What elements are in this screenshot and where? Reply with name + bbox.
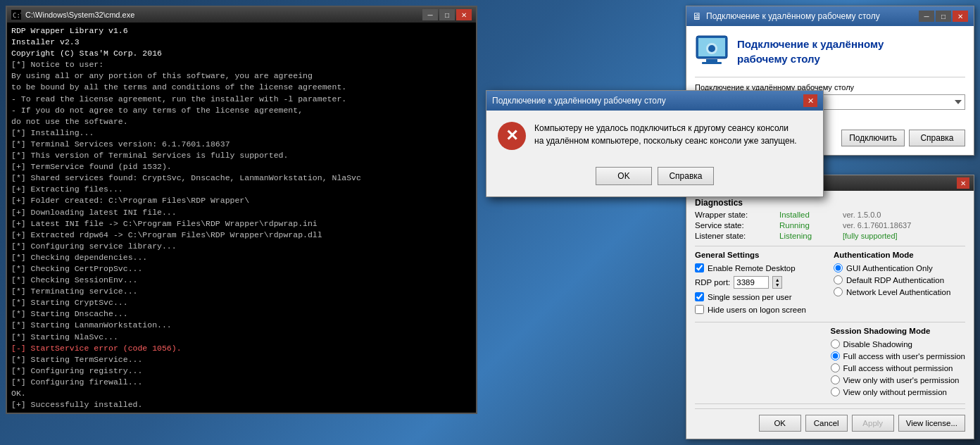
diag-service-row: Service state: Running ver. 6.1.7601.186…: [695, 221, 965, 230]
shadow-radio-disable-input[interactable]: [831, 339, 840, 349]
auth-radio-nla: Network Level Authentication: [834, 287, 965, 296]
error-buttons: OK Справка: [486, 161, 823, 196]
rd-connect-btn[interactable]: Подключить: [841, 130, 905, 146]
shadow-radio-view-noperm-label: View only without permission: [843, 388, 947, 396]
shadow-radio-view-perm-label: View only with user's permission: [843, 376, 960, 384]
cmd-window: C:\ C:\Windows\System32\cmd.exe ─ □ ✕ RD…: [6, 6, 477, 414]
shadow-radio-view-perm: View only with user's permission: [831, 375, 965, 384]
diag-listener-row: Listener state: Listening [fully support…: [695, 232, 965, 240]
svg-rect-6: [702, 62, 722, 64]
single-session-checkbox[interactable]: [695, 292, 704, 301]
settings-two-col: General Settings Enable Remote Desktop R…: [695, 251, 965, 318]
hide-users-label: Hide users on logon screen: [708, 306, 806, 314]
divider-3: [695, 403, 965, 404]
shadow-radio-full-perm-input[interactable]: [831, 351, 840, 361]
conf-ok-btn[interactable]: OK: [759, 415, 801, 432]
diagnostics-section: Diagnostics Wrapper state: Installed ver…: [695, 198, 965, 240]
enable-rdp-label: Enable Remote Desktop: [708, 264, 796, 272]
diag-listener-value: Listening: [779, 232, 843, 240]
diag-wrapper-row: Wrapper state: Installed ver. 1.5.0.0: [695, 211, 965, 219]
diag-wrapper-label: Wrapper state:: [695, 211, 779, 219]
cmd-icon: C:\: [11, 10, 21, 20]
rd-minimize-btn[interactable]: ─: [919, 11, 934, 22]
cmd-maximize-btn[interactable]: □: [439, 9, 455, 20]
auth-radio-default-label: Default RDP Authentication: [846, 276, 944, 284]
port-spinner-btn[interactable]: ▲▼: [772, 276, 782, 289]
auth-radio-default: Default RDP Authentication: [834, 275, 965, 284]
auth-radio-gui: GUI Authentication Only: [834, 263, 965, 272]
shadow-radio-view-noperm-input[interactable]: [831, 387, 840, 396]
shadow-radio-full-noperm-input[interactable]: [831, 363, 840, 372]
error-close-btn[interactable]: ✕: [803, 94, 817, 107]
auth-radio-nla-input[interactable]: [834, 287, 843, 296]
shadowing-section-title: Session Shadowing Mode: [831, 327, 965, 335]
error-icon: ✕: [498, 122, 526, 150]
error-msg-line2: на удалённом компьютере, поскольку сеанс…: [534, 134, 797, 147]
shadowing-section: Session Shadowing Mode Disable Shadowing…: [695, 327, 965, 399]
rdp-port-label: RDP port:: [695, 278, 730, 287]
conf-apply-btn[interactable]: Apply: [852, 415, 894, 432]
rdp-port-input[interactable]: [734, 276, 769, 289]
conf-view-license-btn[interactable]: View license...: [898, 415, 965, 432]
error-help-btn[interactable]: Справка: [658, 167, 714, 185]
shadow-radio-disable: Disable Shadowing: [831, 339, 965, 349]
error-body: ✕ Компьютеру не удалось подключиться к д…: [486, 111, 823, 161]
cmd-window-controls: ─ □ ✕: [422, 9, 472, 20]
svg-point-8: [708, 45, 715, 52]
auth-section-title: Authentication Mode: [834, 251, 965, 259]
rdpconf-body: Diagnostics Wrapper state: Installed ver…: [686, 191, 974, 439]
svg-rect-5: [706, 59, 717, 62]
rd-header-area: Подключение к удалённому рабочему столу: [695, 35, 965, 68]
auth-settings-col: Authentication Mode GUI Authentication O…: [834, 251, 965, 318]
rd-separator: [695, 77, 965, 77]
shadow-radio-full-noperm-label: Full access without permission: [843, 364, 953, 372]
error-message: Компьютеру не удалось подключиться к дру…: [534, 122, 797, 147]
single-session-row: Single session per user: [695, 292, 827, 301]
rd-maximize-btn[interactable]: □: [936, 11, 951, 22]
conf-cancel-btn[interactable]: Cancel: [805, 415, 848, 432]
diag-service-label: Service state:: [695, 221, 779, 230]
rdpconf-panel: RDPWrap Configuration ✕ Diagnostics Wrap…: [686, 175, 974, 439]
shadow-radio-full-noperm: Full access without permission: [831, 363, 965, 372]
shadowing-col: Session Shadowing Mode Disable Shadowing…: [831, 327, 965, 399]
error-ok-btn[interactable]: OK: [596, 167, 652, 185]
single-session-label: Single session per user: [708, 293, 792, 301]
shadow-radio-view-perm-input[interactable]: [831, 375, 840, 384]
rdp-port-row: RDP port: ▲▼: [695, 276, 827, 289]
general-settings-col: General Settings Enable Remote Desktop R…: [695, 251, 827, 318]
hide-users-checkbox[interactable]: [695, 305, 704, 314]
diag-wrapper-value: Installed: [779, 211, 843, 219]
auth-radio-default-input[interactable]: [834, 275, 843, 284]
rd-main-icon: 🖥: [692, 11, 702, 22]
diag-service-ver: ver. 6.1.7601.18637: [843, 221, 911, 230]
enable-rdp-row: Enable Remote Desktop: [695, 263, 827, 272]
diag-section-title: Diagnostics: [695, 198, 965, 208]
diag-service-value: Running: [779, 221, 843, 230]
shadow-radio-full-perm-label: Full access with user's permission: [843, 352, 965, 361]
cmd-title-text: C:\Windows\System32\cmd.exe: [25, 11, 422, 19]
rd-close-btn[interactable]: ✕: [953, 11, 968, 22]
auth-radio-nla-label: Network Level Authentication: [846, 288, 950, 296]
rd-help-btn[interactable]: Справка: [909, 130, 965, 146]
cmd-minimize-btn[interactable]: ─: [422, 9, 438, 20]
rd-heading: Подключение к удалённому рабочему столу: [737, 37, 884, 66]
rd-main-title: Подключение к удалённому рабочему столу: [706, 11, 919, 21]
divider-2: [695, 322, 965, 322]
rd-heading-line1: Подключение к удалённому: [737, 37, 884, 51]
svg-text:C:\: C:\: [13, 12, 21, 19]
auth-radio-gui-label: GUI Authentication Only: [846, 264, 933, 272]
cmd-close-btn[interactable]: ✕: [456, 9, 472, 20]
rd-main-titlebar: 🖥 Подключение к удалённому рабочему стол…: [686, 6, 974, 26]
shadow-radio-full-perm: Full access with user's permission: [831, 351, 965, 361]
enable-rdp-checkbox[interactable]: [695, 263, 704, 272]
error-msg-line1: Компьютеру не удалось подключиться к дру…: [534, 122, 797, 134]
hide-users-row: Hide users on logon screen: [695, 305, 827, 314]
auth-radio-gui-input[interactable]: [834, 263, 843, 272]
conf-buttons: OK Cancel Apply View license...: [695, 408, 965, 432]
error-dialog: Подключение к удалённому рабочему столу …: [486, 90, 824, 197]
rd-heading-line2: рабочему столу: [737, 51, 884, 66]
rdpconf-close-btn[interactable]: ✕: [957, 177, 969, 189]
shadow-radio-view-noperm: View only without permission: [831, 387, 965, 396]
general-section-title: General Settings: [695, 251, 827, 259]
shadow-radio-disable-label: Disable Shadowing: [843, 340, 912, 349]
